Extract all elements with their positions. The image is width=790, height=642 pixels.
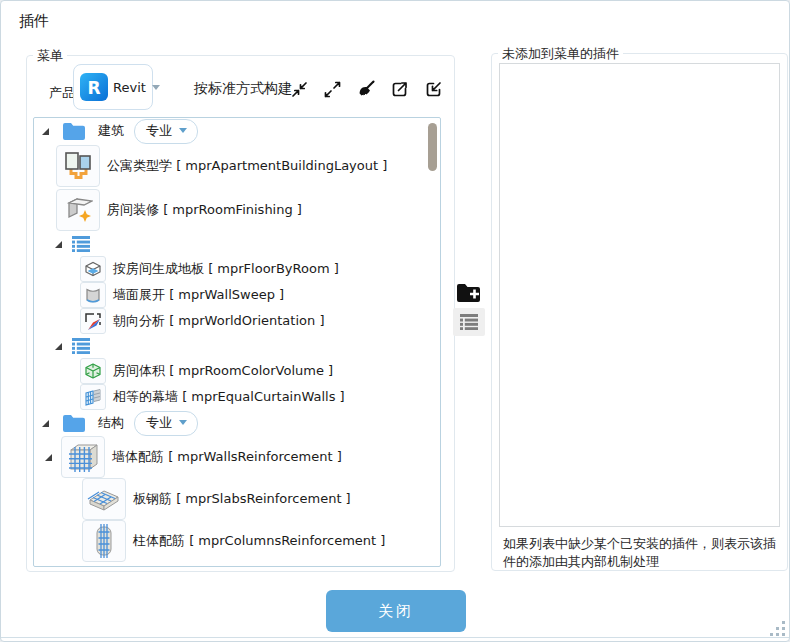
world-orientation-icon (80, 308, 106, 334)
menu-groupbox-label: 菜单 (33, 47, 67, 65)
tree-item-label: 房间体积 [ mprRoomColorVolume ] (113, 362, 333, 380)
resize-grip[interactable] (769, 620, 787, 638)
build-standard-label: 按标准方式构建 (194, 80, 292, 98)
tree-item-row[interactable]: 按房间生成地板 [ mprFloorByRoom ] (34, 256, 440, 282)
import-menu-button[interactable] (422, 76, 446, 102)
slabs-reinforcement-icon (82, 478, 126, 520)
list-icon (72, 338, 91, 354)
unadded-plugins-label: 未添加到菜单的插件 (498, 45, 623, 63)
revit-logo-icon: R (80, 73, 108, 101)
plugin-tree: 建筑专业公寓类型学 [ mprApartmentBuildingLayout ]… (34, 118, 440, 562)
curtain-walls-icon (80, 384, 106, 410)
clear-menu-button[interactable] (354, 76, 378, 102)
profession-dropdown-label: 专业 (146, 122, 172, 140)
room-finishing-icon (56, 189, 100, 231)
tree-item-row[interactable]: 公寓类型学 [ mprApartmentBuildingLayout ] (34, 144, 440, 188)
tree-item-row[interactable]: 相等的幕墙 [ mprEqualCurtainWalls ] (34, 384, 440, 410)
window-title: 插件 (19, 12, 49, 31)
tree-item-label: 相等的幕墙 [ mprEqualCurtainWalls ] (113, 388, 345, 406)
tree-item-row[interactable]: 朝向分析 [ mprWorldOrientation ] (34, 308, 440, 334)
apartment-layout-icon (56, 145, 100, 187)
expander-icon[interactable] (42, 128, 49, 135)
tree-item-row[interactable]: 柱体配筋 [ mprColumnsReinforcement ] (34, 520, 440, 562)
expander-icon[interactable] (45, 454, 52, 461)
product-selected-value: Revit (113, 80, 146, 95)
tree-item-label: 房间装修 [ mprRoomFinishing ] (107, 201, 302, 219)
profession-dropdown[interactable]: 专业 (134, 411, 198, 436)
list-icon (72, 236, 91, 252)
unadded-plugins-list[interactable] (499, 63, 780, 527)
plugin-tree-panel: 建筑专业公寓类型学 [ mprApartmentBuildingLayout ]… (33, 117, 441, 567)
export-menu-button[interactable] (388, 76, 412, 102)
plugins-window: 插件 菜单 产品: R Revit 按标准方式构建 建筑专业公寓类型学 [ mp… (0, 0, 790, 642)
add-folder-button[interactable] (454, 281, 484, 306)
tree-item-label: 朝向分析 [ mprWorldOrientation ] (113, 312, 324, 330)
svg-text:R: R (87, 78, 100, 98)
tree-item-label: 结构 (98, 414, 124, 432)
move-to-list-button[interactable] (453, 308, 485, 336)
tree-item-label: 公寓类型学 [ mprApartmentBuildingLayout ] (107, 157, 387, 175)
menu-toolbar (288, 76, 446, 102)
close-button[interactable]: 关闭 (326, 590, 466, 632)
expander-icon[interactable] (42, 420, 49, 427)
tree-item-label: 墙体配筋 [ mprWallsReinforcement ] (112, 448, 342, 466)
profession-dropdown-label: 专业 (146, 414, 172, 432)
folder-icon (62, 122, 86, 141)
tree-subgroup-row[interactable] (34, 334, 440, 358)
floor-by-room-icon (80, 256, 106, 282)
tree-subgroup-row[interactable] (34, 232, 440, 256)
walls-reinforcement-icon (61, 436, 105, 478)
room-volume-icon (80, 358, 106, 384)
bottom-border-line (1, 637, 789, 638)
caret-down-icon (179, 420, 187, 425)
tree-item-row[interactable]: 墙面展开 [ mprWallSweep ] (34, 282, 440, 308)
tree-item-row[interactable]: 房间体积 [ mprRoomColorVolume ] (34, 358, 440, 384)
expander-icon[interactable] (55, 241, 62, 248)
tree-group-row[interactable]: 结构专业 (34, 410, 440, 436)
unadded-plugins-groupbox: 未添加到菜单的插件 如果列表中缺少某个已安装的插件，则表示该插件的添加由其内部机… (491, 53, 788, 571)
tree-item-row[interactable]: 板钢筋 [ mprSlabsReinforcement ] (34, 478, 440, 520)
columns-reinforcement-icon (82, 520, 126, 562)
tree-item-label: 柱体配筋 [ mprColumnsReinforcement ] (133, 532, 385, 550)
unadded-plugins-note: 如果列表中缺少某个已安装的插件，则表示该插件的添加由其内部机制处理 (503, 535, 781, 571)
tree-item-label: 建筑 (98, 122, 124, 140)
menu-groupbox: 菜单 产品: R Revit 按标准方式构建 建筑专业公寓类型学 [ mprAp… (26, 55, 455, 572)
tree-item-label: 按房间生成地板 [ mprFloorByRoom ] (113, 260, 339, 278)
profession-dropdown[interactable]: 专业 (134, 119, 198, 144)
caret-down-icon (179, 128, 187, 133)
expander-icon[interactable] (55, 343, 62, 350)
collapse-all-button[interactable] (288, 76, 311, 102)
tree-item-label: 板钢筋 [ mprSlabsReinforcement ] (133, 490, 351, 508)
tree-group-row[interactable]: 建筑专业 (34, 118, 440, 144)
tree-scrollbar-thumb[interactable] (428, 123, 437, 171)
product-dropdown[interactable]: R Revit (73, 64, 153, 110)
tree-item-row[interactable]: 墙体配筋 [ mprWallsReinforcement ] (34, 436, 440, 478)
tree-item-label: 墙面展开 [ mprWallSweep ] (113, 286, 284, 304)
wall-sweep-icon (80, 282, 106, 308)
expand-all-button[interactable] (321, 76, 344, 102)
folder-icon (62, 414, 86, 433)
tree-item-row[interactable]: 房间装修 [ mprRoomFinishing ] (34, 188, 440, 232)
caret-down-icon (152, 85, 160, 90)
